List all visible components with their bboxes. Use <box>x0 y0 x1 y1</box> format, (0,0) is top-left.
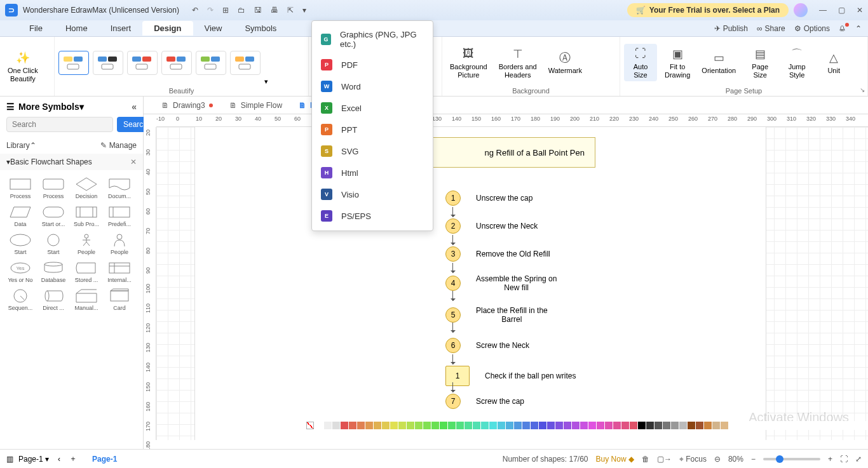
color-swatch[interactable] <box>638 422 646 429</box>
theme-swatch-4[interactable] <box>196 51 226 75</box>
shape-start-or-[interactable]: Start or... <box>37 202 70 230</box>
color-swatch[interactable] <box>341 422 348 429</box>
borders-headers-button[interactable]: ⊤Borders and Headers <box>495 44 541 81</box>
color-swatch[interactable] <box>572 422 580 429</box>
color-swatch[interactable] <box>448 422 456 429</box>
color-swatch[interactable] <box>382 422 390 429</box>
page-setup-launcher-icon[interactable]: ↘ <box>860 86 865 93</box>
color-swatch[interactable] <box>630 422 637 429</box>
color-swatch[interactable] <box>407 422 414 429</box>
unit-button[interactable]: △Unit <box>817 48 850 77</box>
menu-design[interactable]: Design <box>142 21 193 36</box>
shapes-section-header[interactable]: ▾ Basic Flowchart Shapes ✕ <box>0 154 143 170</box>
prev-page-icon[interactable]: ‹ <box>58 455 60 464</box>
shape-start[interactable]: Start <box>4 230 37 258</box>
zoom-minus-icon[interactable]: − <box>751 455 756 464</box>
color-swatch[interactable] <box>555 422 563 429</box>
redo-icon[interactable]: ↷ <box>207 6 214 15</box>
color-swatch[interactable] <box>481 422 489 429</box>
export-word[interactable]: WWord <box>312 76 433 97</box>
shape-sequen-[interactable]: Sequen... <box>4 286 37 314</box>
color-swatch[interactable] <box>431 422 439 429</box>
flow-step-7[interactable]: 7Screw the cap <box>445 394 524 409</box>
qat-more-icon[interactable]: ▾ <box>302 6 306 15</box>
flow-step-1[interactable]: 2Unscrew the Neck <box>445 218 538 234</box>
flow-step-5[interactable]: 6Screw the Neck <box>445 338 529 353</box>
color-swatch[interactable] <box>522 422 530 429</box>
shape-database[interactable]: Database <box>37 258 70 286</box>
canvas[interactable]: ng Refill of a Ball Point Pen 1Unscrew t… <box>156 127 868 440</box>
color-swatch[interactable] <box>349 422 356 429</box>
color-swatch[interactable] <box>646 422 654 429</box>
share-button[interactable]: ∞ Share <box>757 24 785 33</box>
buy-now-link[interactable]: Buy Now ◆ <box>596 455 634 464</box>
color-swatch[interactable] <box>415 422 423 429</box>
publish-button[interactable]: ✈ Publish <box>714 24 748 33</box>
color-swatch[interactable] <box>531 422 538 429</box>
pages-icon[interactable]: ▥ <box>6 455 13 464</box>
color-swatch[interactable] <box>489 422 497 429</box>
menu-home[interactable]: Home <box>54 21 99 36</box>
add-page-icon[interactable]: ＋ <box>69 453 77 464</box>
collapse-ribbon-icon[interactable]: ⌃ <box>855 24 862 33</box>
theme-swatch-2[interactable] <box>127 51 158 75</box>
shape-direct-[interactable]: Direct ... <box>37 286 70 314</box>
color-swatch[interactable] <box>564 422 571 429</box>
print-icon[interactable]: 🖶 <box>271 6 278 15</box>
color-swatch[interactable] <box>688 422 695 429</box>
fullscreen-icon[interactable]: ⤢ <box>855 455 862 464</box>
menu-symbols[interactable]: Symbols <box>233 21 288 36</box>
export-pdf[interactable]: PPDF <box>312 54 433 76</box>
maximize-icon[interactable]: ▢ <box>838 6 845 15</box>
export-visio[interactable]: VVisio <box>312 184 433 205</box>
color-swatch[interactable] <box>663 422 670 429</box>
color-swatch[interactable] <box>679 422 687 429</box>
shape-sub-pro-[interactable]: Sub Pro... <box>70 202 103 230</box>
color-swatch[interactable] <box>721 422 728 429</box>
save-icon[interactable]: 🖫 <box>254 6 262 15</box>
shape-data[interactable]: Data <box>4 202 37 230</box>
menu-view[interactable]: View <box>193 21 234 36</box>
color-swatch[interactable] <box>588 422 596 429</box>
shape-yes-or-no[interactable]: YesYes or No <box>4 258 37 286</box>
jump-style-button[interactable]: ⌒Jump Style <box>780 44 813 81</box>
focus-button[interactable]: ⌖ Focus <box>679 455 707 464</box>
color-swatch[interactable] <box>621 422 629 429</box>
color-swatch[interactable] <box>398 422 406 429</box>
flow-step-6[interactable]: 1Check if the ball pen writes <box>445 366 576 386</box>
shape-decision[interactable]: Decision <box>70 174 103 202</box>
export-graphics-png-jpg-etc-[interactable]: GGraphics (PNG, JPG etc.) <box>312 25 433 54</box>
color-swatch[interactable] <box>324 422 332 429</box>
shape-process[interactable]: Process <box>37 174 70 202</box>
color-swatch[interactable] <box>357 422 365 429</box>
zoom-slider[interactable] <box>763 458 820 460</box>
color-swatch[interactable] <box>506 422 513 429</box>
library-up-icon[interactable]: ⌃ <box>30 141 36 150</box>
themes-more-icon[interactable]: ▾ <box>264 77 268 86</box>
theme-swatch-0[interactable] <box>58 51 89 75</box>
shapes-panel-title[interactable]: More Symbols <box>18 102 79 112</box>
color-swatch[interactable] <box>696 422 703 429</box>
shape-manual-[interactable]: Manual... <box>70 286 103 314</box>
open-icon[interactable]: 🗀 <box>238 6 245 15</box>
fit-to-drawing-button[interactable]: ▣Fit to Drawing <box>661 44 694 81</box>
export-html[interactable]: HHtml <box>312 162 433 184</box>
user-avatar[interactable] <box>794 3 808 17</box>
auto-size-button[interactable]: ⛶Auto Size <box>624 44 657 81</box>
theme-swatch-3[interactable] <box>161 51 192 75</box>
minimize-icon[interactable]: — <box>819 6 827 15</box>
theme-swatch-5[interactable] <box>230 51 261 75</box>
color-swatch[interactable] <box>654 422 662 429</box>
zoom-out-100-icon[interactable]: ⊖ <box>714 455 721 464</box>
color-swatch[interactable] <box>539 422 546 429</box>
color-swatch[interactable] <box>712 422 720 429</box>
one-click-beautify-button[interactable]: ✨One Click Beautify <box>4 48 42 85</box>
color-swatch[interactable] <box>613 422 621 429</box>
color-swatch[interactable] <box>473 422 480 429</box>
menu-file[interactable]: File <box>18 21 54 36</box>
collapse-panel-icon[interactable]: « <box>132 102 137 112</box>
orientation-button[interactable]: ▭Orientation <box>698 48 740 77</box>
color-swatch[interactable] <box>465 422 472 429</box>
flow-step-3[interactable]: 4Assemble the Spring on New fill <box>445 274 557 292</box>
shape-docum-[interactable]: Docum... <box>103 174 136 202</box>
